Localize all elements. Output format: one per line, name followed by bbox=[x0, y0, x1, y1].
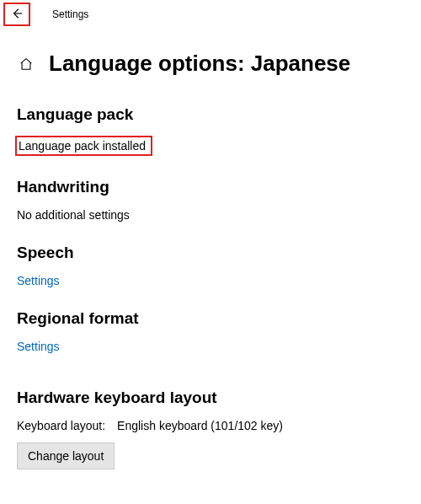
speech-settings-link[interactable]: Settings bbox=[17, 274, 60, 287]
section-heading: Hardware keyboard layout bbox=[17, 389, 404, 407]
section-heading: Regional format bbox=[17, 309, 404, 328]
section-heading: Speech bbox=[17, 244, 404, 262]
handwriting-status: No additional settings bbox=[17, 208, 404, 222]
section-heading: Language pack bbox=[17, 105, 404, 124]
section-regional-format: Regional format Settings bbox=[17, 309, 404, 353]
keyboard-layout-value: English keyboard (101/102 key) bbox=[117, 419, 283, 432]
section-speech: Speech Settings bbox=[17, 244, 404, 287]
arrow-left-icon bbox=[11, 8, 23, 22]
language-pack-status: Language pack installed bbox=[15, 136, 152, 156]
change-layout-button[interactable]: Change layout bbox=[17, 442, 115, 469]
regional-format-settings-link[interactable]: Settings bbox=[17, 340, 60, 353]
section-handwriting: Handwriting No additional settings bbox=[17, 178, 404, 222]
keyboard-layout-row: Keyboard layout: English keyboard (101/1… bbox=[17, 419, 404, 432]
keyboard-layout-label: Keyboard layout: bbox=[17, 419, 105, 432]
topbar: Settings bbox=[0, 0, 421, 29]
section-heading: Handwriting bbox=[17, 178, 404, 196]
app-title: Settings bbox=[52, 8, 88, 20]
page-header: Language options: Japanese bbox=[0, 29, 421, 83]
section-body: Language pack installed bbox=[17, 136, 404, 156]
back-button[interactable] bbox=[3, 3, 30, 26]
content-area: Language pack Language pack installed Ha… bbox=[0, 105, 421, 469]
section-hardware-keyboard: Hardware keyboard layout Keyboard layout… bbox=[17, 389, 404, 469]
home-icon[interactable] bbox=[17, 55, 35, 73]
page-title: Language options: Japanese bbox=[49, 51, 350, 77]
section-language-pack: Language pack Language pack installed bbox=[17, 105, 404, 156]
